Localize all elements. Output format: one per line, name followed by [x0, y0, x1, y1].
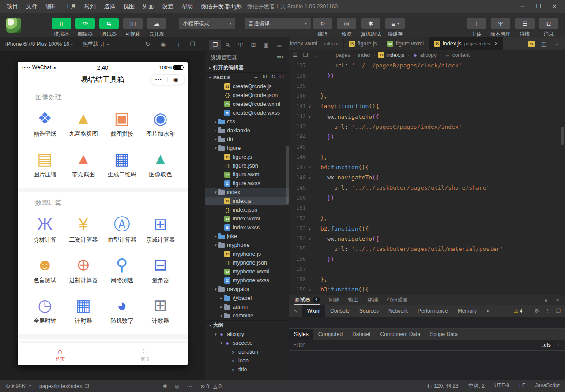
app-item[interactable]: ▣截图拼接: [103, 103, 141, 144]
breadcrumb-item[interactable]: JSindex.js: [378, 52, 404, 58]
hot-reload-toggle[interactable]: 热重载 开 ▾: [83, 41, 109, 48]
devtools-tab[interactable]: Performance: [413, 305, 453, 317]
new-folder-icon[interactable]: ⊞: [263, 74, 267, 81]
breadcrumb-item[interactable]: ◈alicopy: [412, 52, 437, 58]
editor-tab[interactable]: index.wxml...\album: [289, 37, 344, 50]
debugger-button[interactable]: ⇆调试器: [99, 18, 119, 37]
close-panel-icon[interactable]: ✕: [556, 297, 560, 303]
menu-item[interactable]: 设置: [158, 0, 177, 13]
tree-file[interactable]: ⚒icon: [205, 356, 289, 365]
editor-tab[interactable]: JSindex.jspages\index×: [429, 37, 503, 50]
styles-tab[interactable]: Dataset: [347, 329, 375, 340]
fold-icon[interactable]: ∨: [306, 236, 313, 241]
settings-gear-icon[interactable]: ⚙: [534, 308, 539, 314]
devtools-tab[interactable]: Wxml: [302, 305, 325, 317]
panel-tab[interactable]: 终端: [368, 295, 378, 305]
split-editor-icon[interactable]: ◫: [541, 41, 546, 47]
add-style-icon[interactable]: ＋: [555, 341, 561, 349]
back-icon[interactable]: ←: [314, 52, 319, 58]
tree-file[interactable]: {}index.json: [205, 205, 289, 214]
status-item[interactable]: LF: [519, 382, 525, 390]
maximize-button[interactable]: ☐: [531, 0, 546, 13]
tree-folder[interactable]: ▾myphone: [205, 241, 289, 250]
tree-folder[interactable]: ▾figure: [205, 144, 289, 153]
app-item[interactable]: ▦生成二维码: [103, 144, 141, 184]
styles-tab[interactable]: Component Data: [375, 329, 425, 340]
tree-file[interactable]: {}myphone.json: [205, 258, 289, 267]
version-control-button[interactable]: Ψ版本管理: [490, 18, 511, 37]
open-editors-section[interactable]: ▸ 打开的编辑器: [205, 63, 289, 72]
minimize-button[interactable]: ─: [515, 0, 531, 13]
bookmark-icon[interactable]: ❏: [303, 52, 308, 58]
compile-select[interactable]: 普通编译 ▾: [245, 18, 311, 29]
tree-file[interactable]: {}figure.json: [205, 161, 289, 170]
app-item[interactable]: ▲图像取色: [141, 144, 180, 184]
device-frame-icon[interactable]: ▯: [176, 41, 179, 48]
tree-folder[interactable]: ▾navigator: [205, 285, 289, 294]
inspect-element-icon[interactable]: ↖: [289, 305, 302, 317]
menu-item[interactable]: 编辑: [41, 0, 61, 13]
cls-toggle[interactable]: .cls: [542, 342, 551, 347]
tree-file[interactable]: ≣createQrcode.wxss: [205, 108, 289, 117]
tree-folder[interactable]: ▸@babel: [205, 294, 289, 302]
compile-button[interactable]: ↻编译: [313, 18, 332, 37]
tree-file[interactable]: JSmyphone.js: [205, 250, 289, 258]
styles-tab[interactable]: Computed: [313, 329, 347, 340]
menu-item[interactable]: 帮助: [177, 0, 197, 13]
fold-icon[interactable]: ∨: [306, 226, 313, 231]
tree-file[interactable]: JSfigure.js: [205, 153, 289, 161]
details-button[interactable]: ☰详情: [515, 18, 535, 37]
search-icon[interactable]: ⚲: [220, 37, 236, 53]
fold-icon[interactable]: ∨: [306, 104, 313, 108]
preview-eye-icon[interactable]: ◎: [175, 383, 179, 389]
tree-file[interactable]: JSindex.js: [205, 197, 289, 205]
panel-tab[interactable]: 调试器4: [294, 295, 320, 305]
devtools-tab[interactable]: Network: [384, 305, 413, 317]
editor-tab[interactable]: <>figure.wxml: [382, 37, 429, 50]
app-item[interactable]: ◕随机数字: [103, 290, 141, 331]
tree-folder[interactable]: ▸dm: [205, 135, 289, 144]
panel-tab[interactable]: 代码质量: [387, 295, 408, 305]
editor-button[interactable]: </>编辑器: [75, 18, 95, 37]
capsule-menu-icon[interactable]: •••: [151, 78, 167, 82]
outline-menu-icon[interactable]: ☰: [293, 52, 298, 58]
editor-scrollbar[interactable]: [561, 127, 564, 145]
npm-icon[interactable]: ▣: [260, 40, 272, 50]
tree-file[interactable]: <>myphone.wxml: [205, 267, 289, 276]
rotate-icon[interactable]: ↻: [145, 41, 150, 48]
menu-item[interactable]: 转到: [80, 0, 100, 13]
forward-icon[interactable]: →: [325, 52, 330, 58]
tree-folder[interactable]: ▸css: [205, 117, 289, 126]
more-tabs-icon[interactable]: ⋯: [553, 41, 559, 47]
devtools-tab[interactable]: »: [482, 305, 494, 317]
pages-section[interactable]: ▾ PAGES ＋⊞↻⊟: [205, 72, 289, 82]
menu-item[interactable]: 项目: [3, 0, 22, 13]
source-control-icon[interactable]: Ψ: [234, 40, 247, 50]
kebab-menu-icon[interactable]: ⋮: [545, 308, 550, 314]
tree-folder[interactable]: ▸admin: [205, 302, 289, 311]
breadcrumb-item[interactable]: ⚒content: [444, 52, 470, 58]
tree-file[interactable]: <>createQrcode.wxml: [205, 100, 289, 108]
app-item[interactable]: ▲带壳截图: [64, 144, 102, 184]
tree-file[interactable]: {}createQrcode.json: [205, 91, 289, 100]
outline-section[interactable]: ▾ 大纲: [205, 320, 289, 330]
tree-file[interactable]: ⚒title: [205, 365, 289, 374]
tree-folder[interactable]: ▾combine: [205, 311, 289, 320]
simulator-button[interactable]: ▯模拟器: [52, 18, 71, 37]
visual-button[interactable]: ◫可视化: [123, 18, 143, 37]
multi-window-icon[interactable]: ❐: [190, 41, 195, 48]
code-editor[interactable]: 137 url: '../../pagesB/pages/clock/clock…: [289, 60, 565, 295]
menu-item[interactable]: 界面: [139, 0, 158, 13]
undock-icon[interactable]: ❐: [556, 308, 561, 314]
fold-icon[interactable]: ∨: [306, 175, 313, 180]
styles-filter-input[interactable]: [293, 342, 539, 348]
tree-file[interactable]: <>index.wxml: [205, 214, 289, 223]
app-item[interactable]: ◉图片加水印: [141, 103, 180, 144]
menu-item[interactable]: 文件: [22, 0, 41, 13]
preview-button[interactable]: ◎预览: [337, 18, 356, 37]
vconsole-icon[interactable]: ✱: [163, 383, 167, 389]
mode-select[interactable]: 小程序模式 ▾: [179, 18, 235, 29]
menu-item[interactable]: 选择: [100, 0, 119, 13]
collapse-all-icon[interactable]: ⊟: [279, 74, 284, 81]
app-item[interactable]: ⊞计数器: [141, 290, 180, 331]
